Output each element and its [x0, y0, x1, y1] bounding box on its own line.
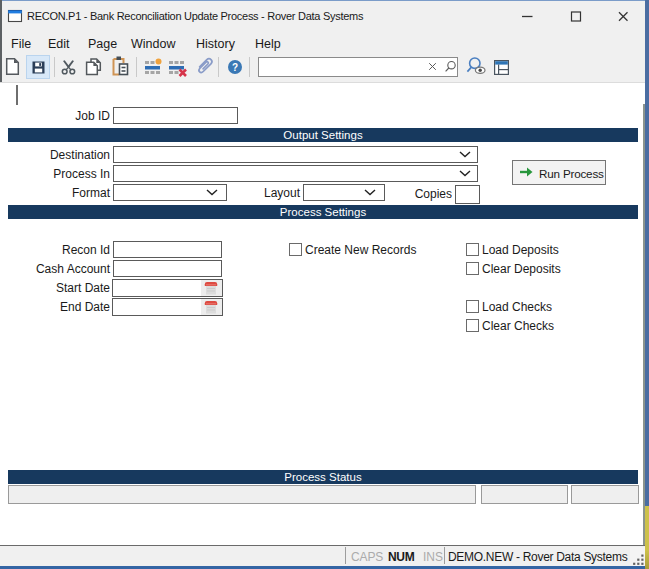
svg-text:?: ? — [232, 62, 238, 73]
